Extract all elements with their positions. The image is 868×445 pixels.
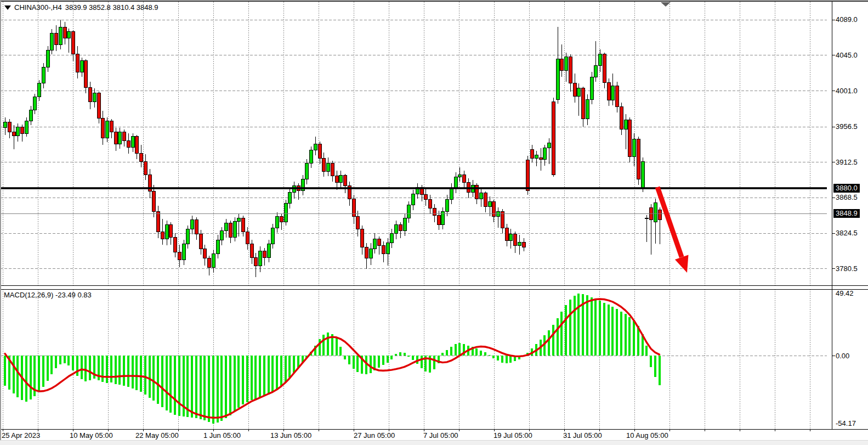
time-axis-label: 7 Jul 05:00 <box>423 431 458 440</box>
symbol-dropdown-icon <box>4 5 11 10</box>
bid-price-label: 3848.9 <box>833 209 860 218</box>
price-axis-label: 3780.5 <box>836 264 858 273</box>
macd-histogram <box>4 294 661 424</box>
price-axis-label: 3868.5 <box>836 193 858 201</box>
time-axis-label: 19 Jul 05:00 <box>493 431 532 440</box>
time-axis-label: 25 Apr 2023 <box>2 431 40 440</box>
time-axis-label: 1 Jun 05:00 <box>203 431 241 440</box>
window-bottom-strip <box>0 440 868 445</box>
time-axis-label: 27 Jun 05:00 <box>354 431 395 440</box>
price-axis-label: 3912.5 <box>836 158 858 166</box>
candlestick-series <box>3 20 661 277</box>
window-top-border <box>0 0 868 1</box>
macd-values: -23.49 0.83 <box>55 291 92 299</box>
price-axis-label: 4001.0 <box>836 87 858 95</box>
macd-name: MACD(12,26,9) <box>4 291 53 299</box>
macd-axis-label: 49.42 <box>836 289 854 297</box>
chart-canvas[interactable] <box>0 0 868 445</box>
hline-price-label: 3880.0 <box>833 184 860 193</box>
time-axis-label: 10 May 05:00 <box>70 431 113 440</box>
horizontal-line-3880[interactable] <box>0 187 827 189</box>
price-axis-label: 4089.0 <box>836 15 858 24</box>
symbol-period-label: CHINA300-,H4 <box>14 3 62 12</box>
trend-arrow[interactable] <box>657 187 688 273</box>
chart-window: CHINA300-,H4 3839.9 3852.8 3810.4 3848.9… <box>0 0 868 445</box>
time-axis-label: 22 May 05:00 <box>135 431 179 440</box>
time-axis-label: 13 Jun 05:00 <box>270 431 311 440</box>
macd-axis-label: -54.17 <box>836 419 856 427</box>
chart-title: CHINA300-,H4 3839.9 3852.8 3810.4 3848.9 <box>4 3 158 12</box>
object-anchor-marker-icon[interactable] <box>661 2 671 7</box>
time-axis-label: 10 Aug 05:00 <box>626 431 668 440</box>
macd-axis-label: 0.00 <box>836 352 849 360</box>
indicator-label: MACD(12,26,9) -23.49 0.83 <box>4 291 92 299</box>
window-left-border <box>0 0 1 445</box>
price-axis-label: 4045.0 <box>836 51 858 59</box>
price-axis-label: 3824.5 <box>836 229 858 237</box>
price-axis-label: 3956.5 <box>836 122 858 131</box>
ohlc-readout: 3839.9 3852.8 3810.4 3848.9 <box>65 3 158 12</box>
time-axis-label: 31 Jul 05:00 <box>563 431 602 440</box>
